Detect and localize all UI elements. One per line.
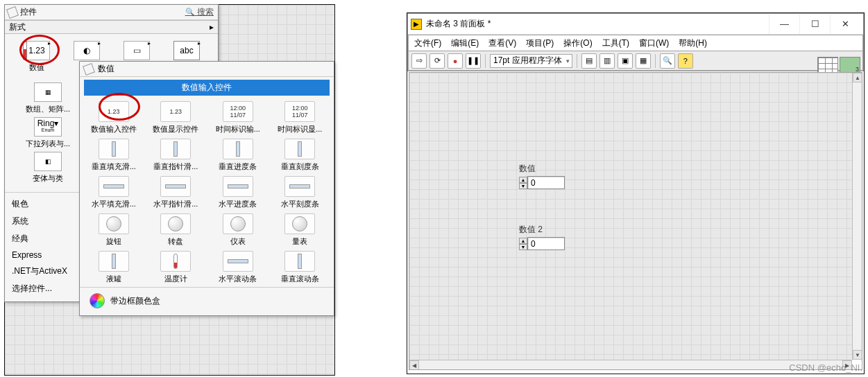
menu-help[interactable]: 帮助(H) [679,37,707,49]
numeric-item-18[interactable]: 水平滚动条 [207,251,269,284]
run-button[interactable]: ⇨ [411,53,427,69]
search-link[interactable]: 🔍 搜索 [185,6,215,18]
numeric-item-icon: 12:00 11/07 [284,101,315,122]
numeric-item-3[interactable]: 12:00 11/07时间标识显... [269,101,332,134]
numeric-item-13[interactable]: 转盘 [145,213,207,247]
cat-item-ring[interactable]: Ring▾Enum下拉列表与... [20,117,76,149]
color-box-item[interactable]: 带边框颜色盒 [80,288,334,315]
numeric-item-label: 垂直进度条 [219,161,257,172]
menu-window[interactable]: 窗口(W) [639,37,669,49]
numeric-item-icon [160,139,191,159]
spin-down-icon[interactable]: ▼ [519,183,527,189]
menu-tools[interactable]: 工具(T) [602,37,629,49]
numeric-item-icon [160,213,191,234]
numeric-item-icon [223,139,253,159]
color-wheel-icon [90,293,105,308]
cat-item-array[interactable]: ▦数组、矩阵... [20,82,76,114]
numeric-item-19[interactable]: 垂直滚动条 [269,251,332,284]
numeric-item-7[interactable]: 垂直刻度条 [269,139,332,172]
numeric-item-2[interactable]: 12:00 11/07时间标识输... [207,101,269,134]
pin-icon[interactable] [83,63,95,76]
numeric-item-16[interactable]: 液罐 [83,251,145,284]
front-panel-canvas[interactable]: 数值 ▲▼ 0 数值 2 ▲▼ 0 [409,73,852,360]
numeric-item-14[interactable]: 仪表 [207,213,269,247]
abort-button[interactable]: ● [448,53,463,69]
maximize-button[interactable]: ☐ [799,15,830,34]
menu-view[interactable]: 查看(V) [488,37,516,49]
cat-item-numeric[interactable]: 1.23▸ 数值 [19,41,55,73]
pin-icon[interactable] [6,6,19,19]
menu-file[interactable]: 文件(F) [414,37,441,49]
numeric-item-label: 时间标识显... [278,124,322,134]
resize-button[interactable]: ▣ [618,53,633,69]
numeric-item-label: 转盘 [168,236,183,247]
menubar: 文件(F) 编辑(E) 查看(V) 项目(P) 操作(O) 工具(T) 窗口(W… [408,35,863,51]
numeric-item-8[interactable]: 水平填充滑... [83,176,145,209]
numeric-item-5[interactable]: 垂直指针滑... [145,139,207,172]
titlebar[interactable]: ▶ 未命名 3 前面板 * — ☐ ✕ [408,14,863,35]
numeric-item-1[interactable]: 1.23数值显示控件 [145,101,207,134]
numeric-item-label: 仪表 [230,236,246,247]
numeric-item-label: 垂直刻度条 [281,161,319,172]
connector-pane-icon[interactable] [817,57,838,73]
numeric-item-label: 垂直指针滑... [153,161,198,172]
numeric-item-label: 数值输入控件 [91,124,137,134]
numeric-item-label: 垂直填充滑... [92,161,136,172]
numeric-item-icon [284,251,315,272]
window-title: 未命名 3 前面板 * [426,18,491,30]
spin-up-icon[interactable]: ▲ [519,238,527,244]
reorder-button[interactable]: ▦ [636,53,651,69]
spin-down-icon[interactable]: ▼ [519,244,527,250]
numeric-item-9[interactable]: 水平指针滑... [145,176,207,209]
numeric-control-2[interactable]: 数值 2 ▲▼ 0 [519,224,565,250]
numeric-item-17[interactable]: 温度计 [145,251,207,284]
run-continuous-button[interactable]: ⟳ [429,53,445,69]
numeric-item-icon: 1.23 [160,101,191,122]
distribute-button[interactable]: ▥ [599,53,615,69]
numeric-item-11[interactable]: 水平刻度条 [269,176,332,209]
scroll-down-icon[interactable]: ▼ [853,350,862,360]
scroll-up-icon[interactable]: ▲ [853,73,862,82]
cat-item-variant[interactable]: ◧变体与类 [20,152,76,184]
menu-project[interactable]: 项目(P) [526,37,554,49]
numeric-item-label: 水平填充滑... [92,199,136,209]
menu-operate[interactable]: 操作(O) [563,37,592,49]
separator [577,54,577,68]
spin-buttons[interactable]: ▲▼ [519,177,527,189]
numeric-item-6[interactable]: 垂直进度条 [207,139,269,172]
pause-button[interactable]: ❚❚ [466,53,481,69]
numeric-item-12[interactable]: 旋钮 [83,213,145,247]
close-button[interactable]: ✕ [830,15,860,34]
numeric-item-label: 水平指针滑... [153,199,198,209]
front-panel-window: ▶ 未命名 3 前面板 * — ☐ ✕ 文件(F) 编辑(E) 查看(V) 项目… [407,12,865,374]
numeric-item-label: 垂直滚动条 [281,274,319,284]
numeric-item-icon [223,251,253,272]
search-button[interactable]: 🔍 [660,53,675,69]
align-button[interactable]: ▤ [581,53,597,69]
watermark: CSDN @echo_NI. [789,362,862,373]
numeric-item-label: 数值显示控件 [153,124,198,134]
chevron-right-icon: ▸ [210,22,214,32]
spin-up-icon[interactable]: ▲ [519,177,527,183]
numeric-item-15[interactable]: 量表 [269,213,332,247]
numeric-input[interactable]: 0 [527,237,565,250]
numeric-input[interactable]: 0 [527,176,565,189]
numeric-item-4[interactable]: 垂直填充滑... [83,139,145,172]
numeric-item-icon [160,251,191,272]
minimize-button[interactable]: — [769,15,799,34]
category-row-modern[interactable]: 新式 ▸ [5,20,218,34]
vertical-scrollbar[interactable]: ▲ ▼ [852,73,862,360]
numeric-item-10[interactable]: 水平进度条 [207,176,269,209]
numeric-control-1[interactable]: 数值 ▲▼ 0 [519,163,565,189]
context-help-button[interactable]: ? [678,53,693,69]
numeric-item-icon [99,251,129,272]
separator [485,54,486,68]
search-icon: 🔍 [185,8,195,16]
menu-edit[interactable]: 编辑(E) [451,37,479,49]
font-selector[interactable]: 17pt 应用程序字体 [490,54,572,68]
numeric-item-0[interactable]: 1.23数值输入控件 [83,101,145,134]
scroll-left-icon[interactable]: ◀ [409,360,419,370]
vi-icon[interactable]: 3 [840,57,860,73]
horizontal-scrollbar[interactable]: ◀ ▶ [409,360,852,369]
spin-buttons[interactable]: ▲▼ [519,238,527,250]
